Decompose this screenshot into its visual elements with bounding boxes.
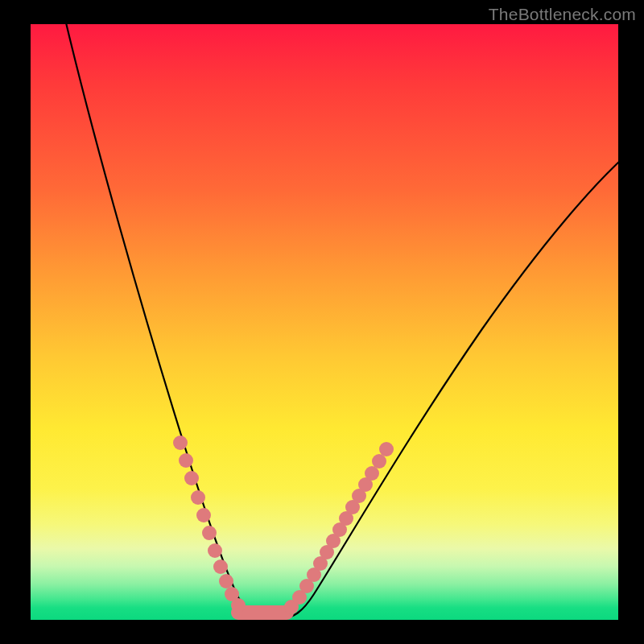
chart-svg [31,24,618,620]
marker-dot [179,453,193,468]
watermark-text: TheBottleneck.com [489,5,636,24]
plot-area [31,24,618,620]
marker-dot [365,466,379,481]
curve-markers [173,436,394,614]
marker-dot [196,508,211,522]
marker-dot [231,598,246,613]
marker-dot [372,454,386,469]
marker-dot [202,526,217,540]
marker-dot [184,471,199,485]
marker-dot [191,490,205,505]
chart-frame: TheBottleneck.com [0,0,644,644]
marker-dot [208,543,222,558]
marker-dot [379,442,394,456]
marker-dot [173,436,188,450]
marker-dot [219,574,233,588]
marker-dot [213,559,228,574]
